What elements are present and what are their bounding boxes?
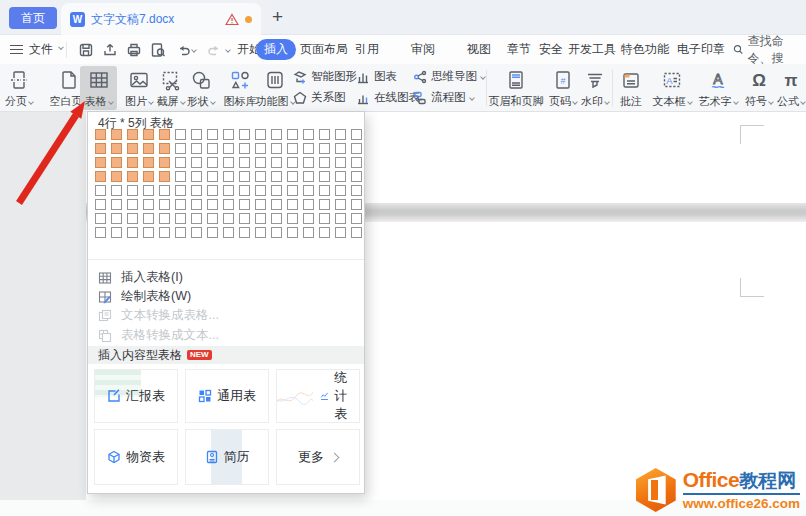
menu-item-insert-table[interactable]: 插入表格(I) <box>88 268 364 287</box>
grid-cell[interactable] <box>127 185 138 196</box>
grid-cell[interactable] <box>191 171 202 182</box>
grid-cell[interactable] <box>271 213 282 224</box>
grid-cell[interactable] <box>175 143 186 154</box>
grid-cell[interactable] <box>239 199 250 210</box>
grid-cell[interactable] <box>111 213 122 224</box>
grid-cell[interactable] <box>255 227 266 238</box>
grid-cell[interactable] <box>95 227 106 238</box>
grid-cell[interactable] <box>351 129 362 140</box>
grid-cell[interactable] <box>255 199 266 210</box>
grid-cell[interactable] <box>95 171 106 182</box>
grid-cell[interactable] <box>351 199 362 210</box>
grid-cell[interactable] <box>207 199 218 210</box>
grid-cell[interactable] <box>191 213 202 224</box>
grid-cell[interactable] <box>143 129 154 140</box>
comment-button[interactable]: 批注 <box>615 66 647 110</box>
grid-cell[interactable] <box>303 143 314 154</box>
grid-cell[interactable] <box>175 199 186 210</box>
tab-developer-tools[interactable]: 开发工具 <box>567 35 617 64</box>
grid-cell[interactable] <box>255 157 266 168</box>
flowchart-button[interactable]: 流程图 <box>413 89 474 106</box>
tab-references[interactable]: 引用 <box>354 35 380 64</box>
undo-button[interactable] <box>176 42 192 58</box>
grid-cell[interactable] <box>207 227 218 238</box>
warning-icon[interactable] <box>225 13 239 26</box>
grid-cell[interactable] <box>127 143 138 154</box>
tile-report-table[interactable]: 汇报表 <box>94 369 178 423</box>
grid-cell[interactable] <box>111 143 122 154</box>
grid-cell[interactable] <box>271 227 282 238</box>
grid-cell[interactable] <box>303 171 314 182</box>
grid-cell[interactable] <box>239 227 250 238</box>
export-button[interactable] <box>102 42 118 58</box>
grid-cell[interactable] <box>239 157 250 168</box>
grid-cell[interactable] <box>207 171 218 182</box>
grid-cell[interactable] <box>207 157 218 168</box>
grid-cell[interactable] <box>303 227 314 238</box>
grid-cell[interactable] <box>175 171 186 182</box>
grid-cell[interactable] <box>175 185 186 196</box>
grid-cell[interactable] <box>191 227 202 238</box>
grid-cell[interactable] <box>223 171 234 182</box>
grid-cell[interactable] <box>143 213 154 224</box>
grid-cell[interactable] <box>303 157 314 168</box>
grid-cell[interactable] <box>303 129 314 140</box>
grid-cell[interactable] <box>287 129 298 140</box>
tab-security[interactable]: 安全 <box>538 35 564 64</box>
grid-cell[interactable] <box>111 129 122 140</box>
file-menu[interactable]: 文件 <box>10 35 63 64</box>
grid-cell[interactable] <box>351 227 362 238</box>
grid-cell[interactable] <box>95 129 106 140</box>
grid-cell[interactable] <box>287 213 298 224</box>
tab-special-features[interactable]: 特色功能 <box>620 35 670 64</box>
grid-cell[interactable] <box>351 157 362 168</box>
grid-cell[interactable] <box>175 213 186 224</box>
grid-cell[interactable] <box>95 199 106 210</box>
grid-cell[interactable] <box>223 213 234 224</box>
tab-view[interactable]: 视图 <box>466 35 492 64</box>
grid-cell[interactable] <box>319 213 330 224</box>
grid-cell[interactable] <box>111 227 122 238</box>
grid-cell[interactable] <box>223 199 234 210</box>
redo-button[interactable] <box>206 42 222 58</box>
grid-cell[interactable] <box>239 143 250 154</box>
table-size-grid[interactable] <box>95 129 364 238</box>
grid-cell[interactable] <box>127 171 138 182</box>
grid-cell[interactable] <box>191 143 202 154</box>
grid-cell[interactable] <box>239 213 250 224</box>
grid-cell[interactable] <box>95 213 106 224</box>
tab-page-layout[interactable]: 页面布局 <box>300 35 348 64</box>
grid-cell[interactable] <box>335 129 346 140</box>
grid-cell[interactable] <box>255 129 266 140</box>
grid-cell[interactable] <box>287 143 298 154</box>
grid-cell[interactable] <box>351 143 362 154</box>
print-preview-button[interactable] <box>150 42 166 58</box>
home-tab[interactable]: 首页 <box>9 7 57 29</box>
grid-cell[interactable] <box>191 199 202 210</box>
grid-cell[interactable] <box>159 143 170 154</box>
menu-item-draw-table[interactable]: 绘制表格(W) <box>88 287 364 306</box>
grid-cell[interactable] <box>175 227 186 238</box>
save-button[interactable] <box>78 42 94 58</box>
grid-cell[interactable] <box>255 185 266 196</box>
undo-dropdown-caret[interactable] <box>192 35 196 64</box>
text-box-button[interactable]: A 文本框 <box>649 66 695 110</box>
symbol-button[interactable]: Ω 符号 <box>741 66 777 110</box>
grid-cell[interactable] <box>287 185 298 196</box>
grid-cell[interactable] <box>159 185 170 196</box>
grid-cell[interactable] <box>271 199 282 210</box>
grid-cell[interactable] <box>335 227 346 238</box>
tile-resume[interactable]: 简历 <box>185 429 269 485</box>
tab-review[interactable]: 审阅 <box>410 35 436 64</box>
grid-cell[interactable] <box>207 143 218 154</box>
grid-cell[interactable] <box>319 227 330 238</box>
grid-cell[interactable] <box>335 213 346 224</box>
new-tab-button[interactable]: + <box>272 5 283 29</box>
grid-cell[interactable] <box>351 213 362 224</box>
page-break-button[interactable]: 分页 <box>0 66 38 110</box>
tab-electronic-seal[interactable]: 电子印章 <box>676 35 726 64</box>
grid-cell[interactable] <box>335 171 346 182</box>
formula-button[interactable]: π 公式 <box>774 66 806 110</box>
grid-cell[interactable] <box>191 185 202 196</box>
grid-cell[interactable] <box>95 143 106 154</box>
